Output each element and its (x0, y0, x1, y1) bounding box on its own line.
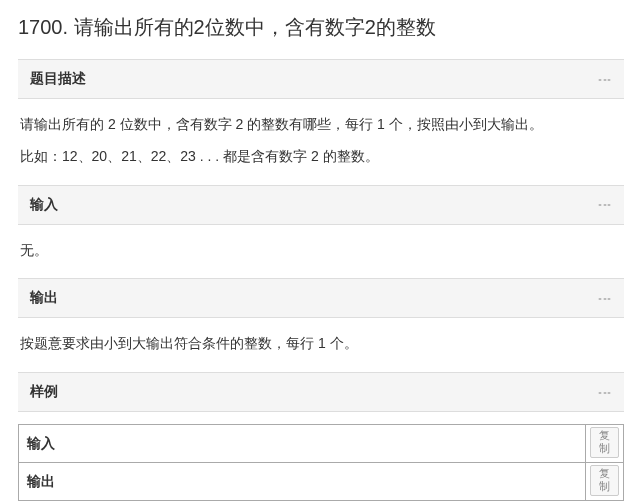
more-icon[interactable]: ⋮ (598, 386, 612, 399)
sample-io-table: 输入 复制 输出 复制 (18, 424, 624, 501)
section-header-output: 输出 ⋮ (18, 278, 624, 318)
section-body-input: 无。 (18, 225, 624, 279)
section-body-output: 按题意要求由小到大输出符合条件的整数，每行 1 个。 (18, 318, 624, 372)
section-header-label: 题目描述 (30, 70, 86, 88)
sample-output-label: 输出 (19, 463, 586, 501)
more-icon[interactable]: ⋮ (598, 292, 612, 305)
input-text: 无。 (20, 239, 622, 263)
sample-input-label: 输入 (19, 425, 586, 463)
page-title: 1700. 请输出所有的2位数中，含有数字2的整数 (18, 0, 624, 59)
table-row: 输入 复制 (19, 425, 624, 463)
description-paragraph: 请输出所有的 2 位数中，含有数字 2 的整数有哪些，每行 1 个，按照由小到大… (20, 113, 622, 137)
output-text: 按题意要求由小到大输出符合条件的整数，每行 1 个。 (20, 332, 622, 356)
more-icon[interactable]: ⋮ (598, 198, 612, 211)
description-paragraph: 比如：12、20、21、22、23 . . . 都是含有数字 2 的整数。 (20, 145, 622, 169)
copy-button[interactable]: 复制 (590, 465, 619, 495)
section-header-description: 题目描述 ⋮ (18, 59, 624, 99)
copy-button[interactable]: 复制 (590, 427, 619, 457)
section-body-sample: 输入 复制 输出 复制 (18, 412, 624, 501)
more-icon[interactable]: ⋮ (598, 73, 612, 86)
section-header-sample: 样例 ⋮ (18, 372, 624, 412)
section-body-description: 请输出所有的 2 位数中，含有数字 2 的整数有哪些，每行 1 个，按照由小到大… (18, 99, 624, 185)
table-row: 输出 复制 (19, 463, 624, 501)
section-header-label: 样例 (30, 383, 58, 401)
section-header-label: 输出 (30, 289, 58, 307)
section-header-label: 输入 (30, 196, 58, 214)
section-header-input: 输入 ⋮ (18, 185, 624, 225)
